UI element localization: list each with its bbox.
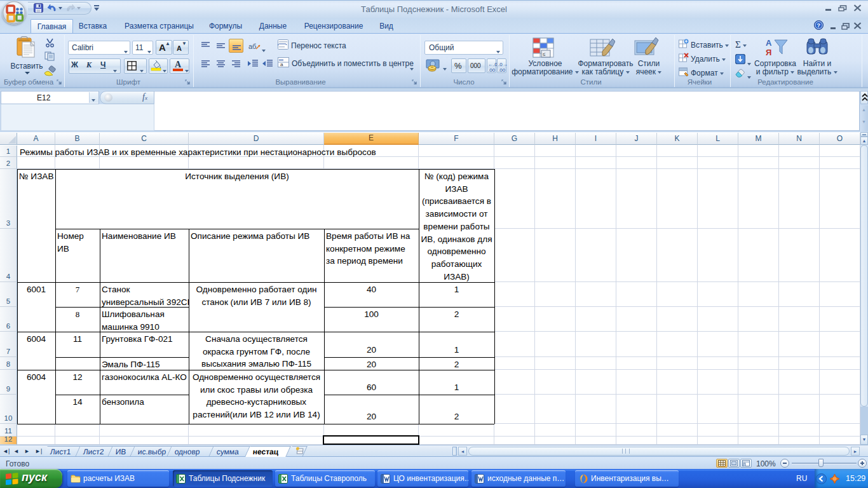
svg-text:А: А — [766, 38, 772, 48]
svg-text:Я: Я — [766, 48, 771, 57]
svg-text:a: a — [280, 62, 283, 67]
svg-text:аб: аб — [248, 43, 256, 50]
svg-text:≤: ≤ — [543, 51, 546, 57]
svg-text:?: ? — [817, 22, 820, 29]
